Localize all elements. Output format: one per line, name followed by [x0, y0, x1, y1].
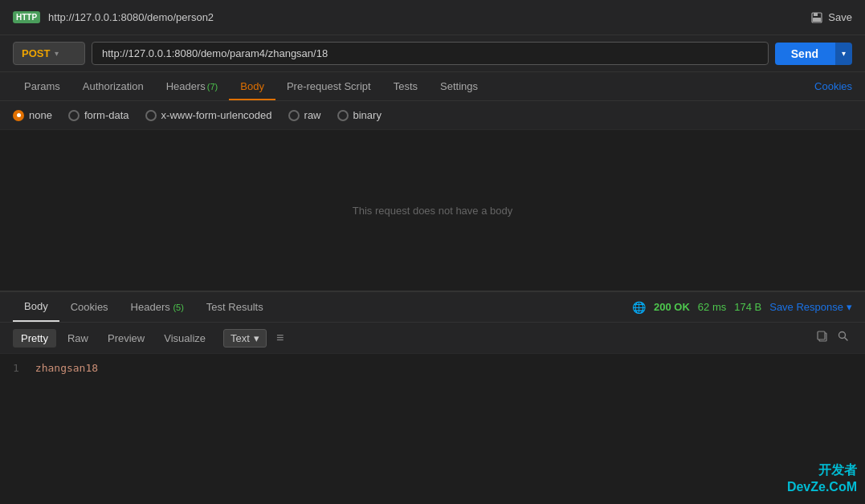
radio-urlencoded[interactable]: x-www-form-urlencoded — [145, 109, 272, 121]
save-response-label: Save Response — [769, 301, 843, 313]
tab-body[interactable]: Body — [229, 72, 275, 100]
wrap-icon[interactable]: ≡ — [276, 331, 284, 345]
body-options: none form-data x-www-form-urlencoded raw… — [0, 101, 865, 130]
text-format-chevron-icon: ▾ — [254, 332, 259, 344]
send-group: Send ▾ — [775, 43, 852, 65]
empty-body-text: This request does not have a body — [353, 205, 512, 217]
radio-form-data-label: form-data — [84, 109, 129, 121]
watermark-line1: 开发者 — [787, 462, 857, 479]
resp-format-pretty[interactable]: Pretty — [13, 329, 56, 348]
tab-settings[interactable]: Settings — [429, 72, 489, 100]
resp-format-visualize[interactable]: Visualize — [156, 329, 214, 348]
line-value: zhangsan18 — [35, 362, 98, 374]
radio-none-circle — [13, 110, 24, 121]
resp-tab-headers[interactable]: Headers (5) — [120, 293, 195, 321]
top-bar: HTTP http://127.0.0.1:8080/demo/person2 … — [0, 0, 865, 35]
radio-binary-circle — [337, 110, 349, 121]
copy-icon[interactable] — [814, 327, 831, 348]
save-icon — [810, 11, 823, 24]
radio-none[interactable]: none — [13, 109, 52, 121]
save-response-button[interactable]: Save Response ▾ — [769, 301, 852, 313]
radio-raw-circle — [288, 110, 300, 121]
resp-headers-label: Headers — [131, 301, 170, 313]
tab-params[interactable]: Params — [13, 72, 71, 100]
response-body: 1zhangsan18 — [0, 354, 865, 382]
request-tabs: Params Authorization Headers(7) Body Pre… — [0, 72, 865, 101]
response-time: 62 ms — [698, 301, 726, 313]
text-format-dropdown[interactable]: Text ▾ — [223, 329, 267, 348]
cookies-link[interactable]: Cookies — [814, 72, 852, 100]
top-url: http://127.0.0.1:8080/demo/person2 — [48, 11, 214, 23]
http-icon: HTTP — [13, 11, 40, 23]
svg-rect-2 — [813, 18, 821, 22]
top-bar-left: HTTP http://127.0.0.1:8080/demo/person2 — [13, 11, 214, 23]
url-input[interactable] — [92, 42, 769, 65]
radio-form-data[interactable]: form-data — [68, 109, 129, 121]
status-badge: 200 OK — [654, 301, 690, 313]
svg-rect-4 — [818, 331, 825, 339]
radio-raw[interactable]: raw — [288, 109, 321, 121]
resp-headers-badge: (5) — [173, 303, 183, 312]
response-toolbar: Pretty Raw Preview Visualize Text ▾ ≡ — [0, 323, 865, 354]
radio-urlencoded-label: x-www-form-urlencoded — [161, 109, 272, 121]
line-number: 1 — [13, 362, 19, 374]
radio-form-data-circle — [68, 110, 80, 121]
send-button[interactable]: Send — [775, 43, 834, 65]
save-button[interactable]: Save — [810, 11, 852, 24]
svg-rect-1 — [814, 13, 818, 16]
response-meta: 🌐 200 OK 62 ms 174 B Save Response ▾ — [632, 301, 852, 314]
response-size: 174 B — [734, 301, 761, 313]
radio-urlencoded-circle — [145, 110, 157, 121]
resp-format-preview[interactable]: Preview — [100, 329, 153, 348]
resp-tab-cookies[interactable]: Cookies — [59, 293, 120, 321]
save-response-chevron-icon: ▾ — [847, 301, 852, 313]
radio-raw-label: raw — [304, 109, 321, 121]
resp-format-raw[interactable]: Raw — [59, 329, 96, 348]
send-dropdown-button[interactable]: ▾ — [834, 43, 852, 65]
search-icon[interactable] — [834, 327, 852, 348]
text-format-label: Text — [231, 332, 250, 344]
resp-tab-test-results[interactable]: Test Results — [195, 293, 275, 321]
response-section: Body Cookies Headers (5) Test Results 🌐 … — [0, 291, 865, 382]
radio-binary[interactable]: binary — [337, 109, 381, 121]
headers-badge: (7) — [207, 82, 218, 91]
tab-headers[interactable]: Headers(7) — [155, 72, 230, 100]
headers-label: Headers — [166, 80, 206, 92]
method-dropdown[interactable]: POST ▾ — [13, 42, 85, 65]
tab-tests[interactable]: Tests — [382, 72, 429, 100]
globe-icon: 🌐 — [632, 301, 646, 314]
radio-binary-label: binary — [353, 109, 381, 121]
response-tabs-row: Body Cookies Headers (5) Test Results 🌐 … — [0, 292, 865, 323]
tab-pre-request[interactable]: Pre-request Script — [275, 72, 382, 100]
radio-none-label: none — [29, 109, 52, 121]
method-chevron-icon: ▾ — [55, 49, 59, 58]
empty-body-message: This request does not have a body — [0, 130, 865, 291]
svg-line-6 — [845, 338, 848, 341]
watermark: 开发者 DevZe.CoM — [787, 462, 857, 496]
method-label: POST — [22, 47, 50, 59]
tab-authorization[interactable]: Authorization — [71, 72, 155, 100]
resp-tab-body[interactable]: Body — [13, 292, 59, 322]
request-bar: POST ▾ Send ▾ — [0, 35, 865, 72]
save-label: Save — [828, 11, 852, 23]
watermark-line2: DevZe.CoM — [787, 479, 857, 496]
